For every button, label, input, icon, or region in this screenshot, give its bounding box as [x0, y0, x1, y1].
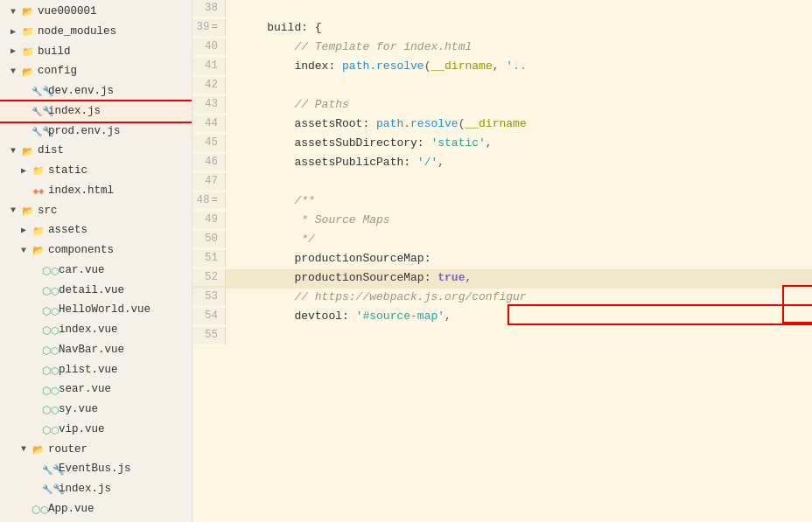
sidebar-item-assets[interactable]: assets	[0, 220, 192, 240]
sidebar-item-build[interactable]: build	[0, 42, 192, 62]
sidebar-item-components[interactable]: components	[0, 240, 192, 261]
index-vue-icon: ⬡	[42, 324, 56, 336]
sidebar-item-prod.env.js[interactable]: 🔧 prod.env.js	[0, 122, 192, 142]
navbar-vue-icon: ⬡	[42, 344, 56, 356]
code-line-55: 55	[192, 327, 812, 346]
sidebar-item-main.js[interactable]: 🔧 main.js	[0, 519, 192, 523]
config-label: config	[38, 63, 77, 80]
code-line-52: 52 productionSourceMap: true,	[192, 269, 812, 289]
sidebar-item-sy.vue[interactable]: ⬡ sy.vue	[0, 400, 192, 420]
app-vue-icon: ⬡	[32, 503, 46, 515]
sidebar-item-config[interactable]: config	[0, 61, 192, 81]
line-number-40: 40	[192, 38, 226, 55]
line-content-54: devtool: '#source-map',	[226, 308, 812, 325]
sidebar-item-index-html-dist[interactable]: ◈ index.html	[0, 181, 192, 201]
line-content-51: productionSourceMap:	[226, 250, 812, 268]
sidebar-item-dist[interactable]: dist	[0, 141, 192, 161]
line-number-52: 52	[192, 269, 226, 286]
code-line-41: 41 index: path.resolve(__dirname, '..	[192, 58, 812, 77]
line-number-48: 48	[192, 192, 226, 209]
index-js-label: index.js	[48, 103, 101, 120]
code-line-54: 54 devtool: '#source-map',	[192, 308, 812, 327]
static-dist-label: static	[48, 163, 88, 179]
sidebar-item-router[interactable]: router	[0, 440, 192, 460]
arrow-dist	[10, 144, 21, 157]
sidebar-item-vip.vue[interactable]: ⬡ vip.vue	[0, 420, 192, 440]
index-html-dist-label: index.html	[48, 183, 114, 199]
sidebar-item-App.vue[interactable]: ⬡ App.vue	[0, 499, 192, 519]
line-number-54: 54	[192, 308, 226, 324]
line-content-40: // Template for index.html	[226, 38, 812, 56]
sidebar-item-HelloWorld.vue[interactable]: ⬡ HelloWorld.vue	[0, 300, 192, 320]
navbar-vue-label: NavBar.vue	[59, 342, 124, 358]
sidebar-item-car.vue[interactable]: ⬡ car.vue	[0, 261, 192, 281]
code-line-45: 45 assetsSubDirectory: 'static',	[192, 135, 812, 154]
code-line-53: 53 // https://webpack.js.org/configur	[192, 289, 812, 308]
arrow-root	[10, 5, 21, 18]
sear-vue-label: sear.vue	[59, 381, 111, 398]
line-number-55: 55	[192, 327, 226, 344]
code-line-46: 46 assetsPublicPath: '/',	[192, 154, 812, 173]
plist-vue-label: plist.vue	[59, 362, 118, 379]
line-number-43: 43	[192, 96, 226, 113]
sidebar-item-plist.vue[interactable]: ⬡ plist.vue	[0, 360, 192, 380]
dev-env-js-icon: 🔧	[32, 85, 46, 97]
code-line-51: 51 productionSourceMap:	[192, 250, 812, 269]
line-number-49: 49	[192, 212, 226, 228]
sidebar-item-NavBar.vue[interactable]: ⬡ NavBar.vue	[0, 340, 192, 360]
src-label: src	[38, 203, 58, 219]
prod-env-js-label: prod.env.js	[48, 123, 121, 140]
line-number-46: 46	[192, 154, 226, 171]
node_modules-icon	[21, 25, 35, 38]
sidebar-item-src[interactable]: src	[0, 201, 192, 221]
index-vue-label: index.vue	[59, 322, 118, 338]
root-folder[interactable]: vue000001	[0, 2, 192, 22]
prod-env-js-icon: 🔧	[32, 125, 46, 137]
line-content-52: productionSourceMap: true,	[226, 269, 812, 287]
router-index-js-label: index.js	[59, 481, 111, 498]
dist-icon	[21, 145, 35, 157]
sy-vue-icon: ⬡	[42, 403, 56, 415]
code-line-40: 40 // Template for index.html	[192, 38, 812, 58]
sear-vue-icon: ⬡	[42, 384, 56, 396]
assets-icon	[32, 225, 46, 237]
router-label: router	[48, 442, 88, 458]
sidebar-item-node_modules[interactable]: node_modules	[0, 22, 192, 42]
root-folder-icon	[21, 5, 35, 17]
line-content-46: assetsPublicPath: '/',	[226, 154, 812, 171]
index-js-icon: 🔧	[32, 105, 46, 117]
config-icon	[21, 66, 35, 78]
arrow-src	[10, 204, 21, 217]
sidebar-item-EventBus.js[interactable]: 🔧 EventBus.js	[0, 459, 192, 479]
car-vue-icon: ⬡	[42, 264, 56, 276]
line-number-51: 51	[192, 250, 226, 267]
line-number-44: 44	[192, 115, 226, 132]
vip-vue-label: vip.vue	[59, 421, 105, 438]
code-editor[interactable]: 38 39 build: { 40 // Template for index.…	[192, 0, 812, 522]
line-number-42: 42	[192, 77, 226, 94]
arrow-build	[10, 45, 21, 58]
file-tree[interactable]: vue000001 node_modules build config 🔧 de…	[0, 0, 192, 522]
line-content-39: build: {	[226, 19, 812, 37]
line-number-47: 47	[192, 173, 226, 190]
code-line-44: 44 assetsRoot: path.resolve(__dirname	[192, 115, 812, 135]
sidebar-item-sear.vue[interactable]: ⬡ sear.vue	[0, 379, 192, 400]
helloworld-vue-icon: ⬡	[42, 304, 56, 317]
sidebar-item-router-index.js[interactable]: 🔧 index.js	[0, 479, 192, 499]
sidebar-item-index.js[interactable]: 🔧 index.js	[0, 101, 192, 122]
line-number-53: 53	[192, 289, 226, 305]
sidebar-item-index.vue[interactable]: ⬡ index.vue	[0, 320, 192, 340]
sidebar-item-dev.env.js[interactable]: 🔧 dev.env.js	[0, 81, 192, 101]
line-content-53: // https://webpack.js.org/configur	[226, 289, 812, 306]
detail-vue-icon: ⬡	[42, 284, 56, 296]
line-content-41: index: path.resolve(__dirname, '..	[226, 58, 812, 75]
build-label: build	[38, 44, 71, 60]
arrow-node_modules	[10, 25, 21, 38]
static-dist-icon	[32, 164, 46, 177]
sidebar-item-detail.vue[interactable]: ⬡ detail.vue	[0, 281, 192, 301]
vip-vue-icon: ⬡	[42, 423, 56, 435]
sidebar-item-static-dist[interactable]: static	[0, 161, 192, 181]
eventbus-js-label: EventBus.js	[59, 461, 131, 477]
line-number-45: 45	[192, 135, 226, 151]
sy-vue-label: sy.vue	[59, 401, 98, 418]
